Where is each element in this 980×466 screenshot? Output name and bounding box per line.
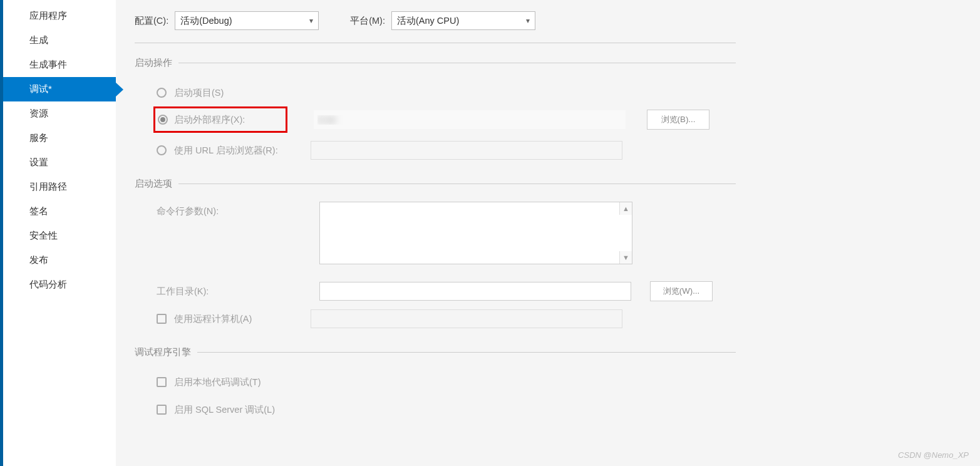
browse-workdir-button[interactable]: 浏览(W)...: [650, 281, 713, 301]
radio-start-external[interactable]: [158, 115, 168, 125]
sidebar-item-label: 代码分析: [29, 279, 67, 289]
chevron-down-icon: ▾: [309, 16, 313, 25]
remote-machine-label: 使用远程计算机(A): [174, 313, 303, 325]
sidebar-item-build[interactable]: 生成: [3, 28, 116, 53]
watermark: CSDN @Nemo_XP: [898, 450, 969, 460]
radio-start-url-label: 使用 URL 启动浏览器(R):: [174, 145, 303, 157]
native-debug-label: 启用本地代码调试(T): [174, 376, 261, 388]
args-label: 命令行参数(N):: [157, 202, 312, 217]
config-value: 活动(Debug): [180, 15, 232, 27]
section-title: 启动操作: [135, 57, 172, 69]
checkbox-native-debug[interactable]: [157, 377, 167, 387]
sidebar-item-signing[interactable]: 签名: [3, 199, 116, 224]
section-divider: [178, 63, 736, 63]
sidebar-item-resources[interactable]: 资源: [3, 101, 116, 126]
sidebar-item-label: 资源: [29, 108, 48, 118]
external-program-path-input[interactable]: [314, 110, 626, 129]
sidebar-item-label: 应用程序: [29, 10, 67, 21]
sql-debug-label: 启用 SQL Server 调试(L): [174, 404, 275, 416]
chevron-down-icon: ▾: [526, 16, 530, 25]
platform-label: 平台(M):: [350, 15, 385, 27]
section-debug-engine: 调试程序引擎 启用本地代码调试(T) 启用 SQL Server 调试(L): [135, 346, 736, 423]
checkbox-sql-debug[interactable]: [157, 405, 167, 415]
remote-machine-input[interactable]: [311, 309, 622, 328]
config-label: 配置(C):: [135, 15, 168, 27]
radio-start-url[interactable]: [157, 145, 167, 155]
sidebar-item-label: 生成: [29, 34, 48, 45]
browser-url-input[interactable]: [311, 141, 622, 160]
section-title: 启动选项: [135, 178, 172, 190]
scroll-up-icon[interactable]: ▲: [619, 202, 632, 215]
sidebar-item-label: 安全性: [29, 230, 58, 241]
section-start-action: 启动操作 启动项目(S) 启动外部程序(X): 浏览(B)... 使用 UR: [135, 57, 736, 164]
radio-start-external-label: 启动外部程序(X):: [174, 114, 281, 126]
sidebar-item-publish[interactable]: 发布: [3, 248, 116, 272]
section-divider: [197, 352, 736, 353]
workdir-label: 工作目录(K):: [157, 286, 312, 298]
config-toolbar: 配置(C): 活动(Debug) ▾ 平台(M): 活动(Any CPU) ▾: [135, 11, 736, 43]
scroll-down-icon[interactable]: ▼: [619, 251, 632, 264]
sidebar-item-label: 生成事件: [29, 59, 67, 70]
main-panel: 配置(C): 活动(Debug) ▾ 平台(M): 活动(Any CPU) ▾ …: [116, 0, 980, 466]
browse-external-button[interactable]: 浏览(B)...: [647, 110, 709, 130]
section-divider: [178, 184, 736, 184]
sidebar-item-reference-paths[interactable]: 引用路径: [3, 175, 116, 199]
command-line-args-input[interactable]: ▲ ▼: [319, 202, 632, 264]
platform-dropdown[interactable]: 活动(Any CPU) ▾: [391, 11, 535, 30]
highlight-external-program: 启动外部程序(X):: [153, 106, 287, 133]
sidebar-item-label: 服务: [29, 132, 48, 143]
sidebar: 应用程序 生成 生成事件 调试* 资源 服务 设置 引用路径 签名 安全性 发布…: [0, 0, 116, 466]
section-start-options: 启动选项 命令行参数(N): ▲ ▼ 工作目录(K): 浏览(W)... 使: [135, 178, 736, 333]
radio-start-project-label: 启动项目(S): [174, 87, 224, 99]
sidebar-item-settings[interactable]: 设置: [3, 150, 116, 175]
sidebar-item-build-events[interactable]: 生成事件: [3, 53, 116, 77]
sidebar-item-label: 调试*: [29, 83, 52, 94]
config-dropdown[interactable]: 活动(Debug) ▾: [175, 11, 319, 30]
sidebar-item-label: 发布: [29, 254, 48, 265]
radio-start-project[interactable]: [157, 88, 167, 98]
sidebar-item-services[interactable]: 服务: [3, 126, 116, 150]
sidebar-item-label: 签名: [29, 205, 48, 216]
platform-value: 活动(Any CPU): [397, 15, 459, 27]
sidebar-item-debug[interactable]: 调试*: [3, 77, 116, 101]
sidebar-item-label: 设置: [29, 157, 48, 167]
section-title: 调试程序引擎: [135, 346, 191, 358]
checkbox-use-remote[interactable]: [157, 314, 167, 324]
working-directory-input[interactable]: [319, 282, 631, 301]
sidebar-item-code-analysis[interactable]: 代码分析: [3, 272, 116, 297]
sidebar-item-application[interactable]: 应用程序: [3, 4, 116, 28]
sidebar-item-label: 引用路径: [29, 181, 67, 192]
sidebar-item-security[interactable]: 安全性: [3, 224, 116, 248]
